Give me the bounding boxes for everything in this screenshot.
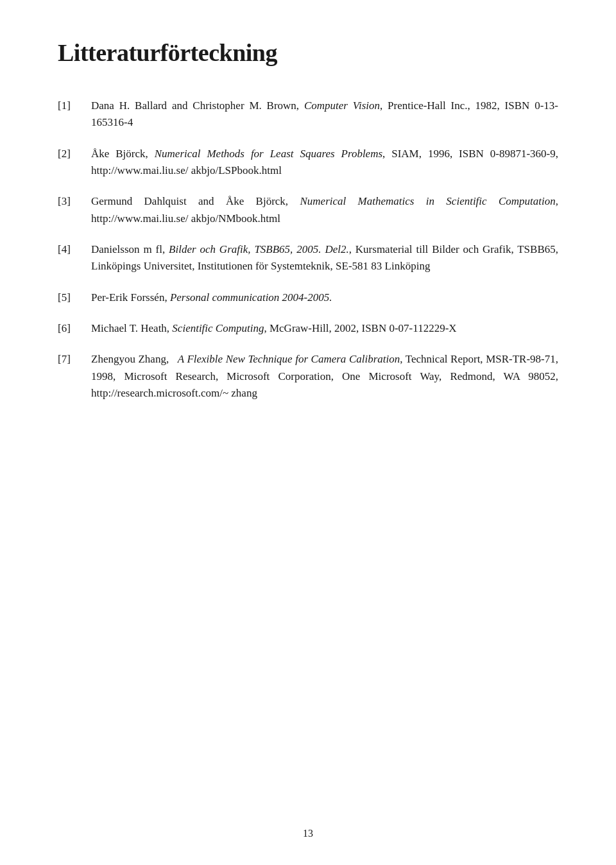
ref-number-6: [6] bbox=[58, 320, 91, 337]
list-item: [6] Michael T. Heath, Scientific Computi… bbox=[58, 320, 558, 337]
ref-number-7: [7] bbox=[58, 351, 91, 368]
ref-text-3: Germund Dahlquist and Åke Björck, Numeri… bbox=[91, 193, 558, 227]
page: Litteraturförteckning [1] Dana H. Ballar… bbox=[0, 0, 616, 865]
references-list: [1] Dana H. Ballard and Christopher M. B… bbox=[58, 98, 558, 402]
list-item: [2] Åke Björck, Numerical Methods for Le… bbox=[58, 146, 558, 180]
ref-text-5: Per-Erik Forssén, Personal communication… bbox=[91, 289, 332, 306]
page-title: Litteraturförteckning bbox=[58, 39, 558, 67]
ref-number-3: [3] bbox=[58, 193, 91, 210]
ref-number-1: [1] bbox=[58, 98, 91, 114]
list-item: [3] Germund Dahlquist and Åke Björck, Nu… bbox=[58, 193, 558, 227]
ref-number-5: [5] bbox=[58, 289, 91, 306]
ref-text-6: Michael T. Heath, Scientific Computing, … bbox=[91, 320, 457, 337]
ref-text-2: Åke Björck, Numerical Methods for Least … bbox=[91, 146, 558, 180]
ref-number-2: [2] bbox=[58, 146, 91, 162]
ref-text-7: Zhengyou Zhang, A Flexible New Technique… bbox=[91, 351, 558, 402]
ref-number-4: [4] bbox=[58, 241, 91, 258]
ref-text-4: Danielsson m fl, Bilder och Grafik, TSBB… bbox=[91, 241, 558, 275]
page-number: 13 bbox=[303, 828, 313, 839]
list-item: [4] Danielsson m fl, Bilder och Grafik, … bbox=[58, 241, 558, 275]
list-item: [1] Dana H. Ballard and Christopher M. B… bbox=[58, 98, 558, 132]
list-item: [7] Zhengyou Zhang, A Flexible New Techn… bbox=[58, 351, 558, 402]
list-item: [5] Per-Erik Forssén, Personal communica… bbox=[58, 289, 558, 306]
ref-text-1: Dana H. Ballard and Christopher M. Brown… bbox=[91, 98, 558, 132]
